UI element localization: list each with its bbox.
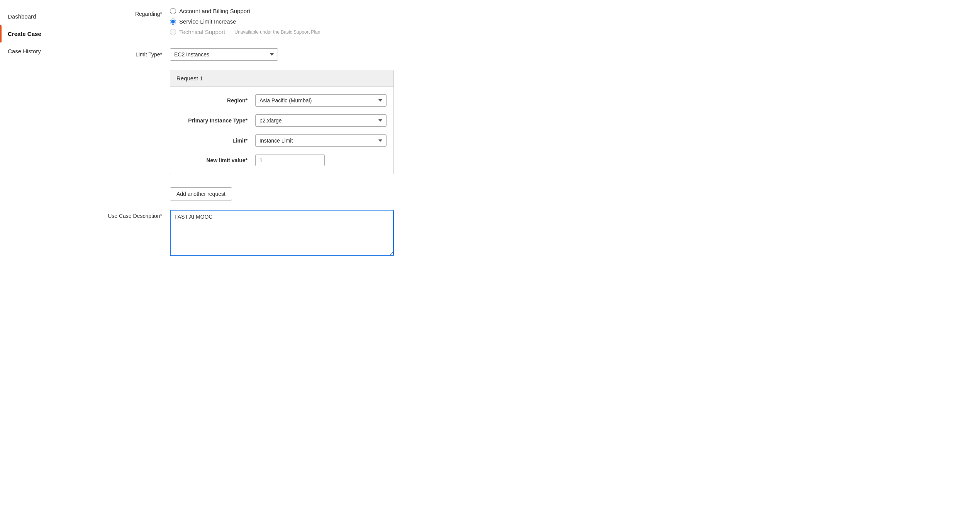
sidebar: Dashboard Create Case Case History [0, 0, 77, 530]
region-label: Region* [178, 97, 255, 104]
regarding-controls: Account and Billing Support Service Limi… [170, 8, 965, 39]
request-box-controls: Request 1 Region* Asia Pacific (Mumbai) … [170, 70, 965, 174]
use-case-label: Use Case Description* [93, 210, 170, 219]
new-limit-value-control [255, 155, 386, 166]
regarding-row: Regarding* Account and Billing Support S… [93, 8, 965, 39]
limit-type-controls: EC2 Instances EBS VPC RDS [170, 48, 965, 61]
region-select[interactable]: Asia Pacific (Mumbai) US East (N. Virgin… [255, 94, 387, 107]
sidebar-item-label: Dashboard [8, 13, 36, 20]
sidebar-item-dashboard[interactable]: Dashboard [0, 8, 77, 25]
radio-account-billing-label[interactable]: Account and Billing Support [179, 8, 250, 14]
regarding-label: Regarding* [93, 8, 170, 17]
new-limit-value-row: New limit value* [178, 155, 386, 166]
add-request-row: Add another request [93, 183, 965, 200]
limit-type-label: Limit Type* [93, 48, 170, 58]
primary-instance-type-label: Primary Instance Type* [178, 117, 255, 124]
technical-support-disabled-text: Unavailable under the Basic Support Plan [234, 29, 320, 35]
new-limit-value-input[interactable] [255, 155, 325, 166]
sidebar-item-create-case[interactable]: Create Case [0, 25, 77, 42]
request-box-header: Request 1 [170, 70, 393, 87]
limit-select[interactable]: Instance Limit vCPU Limit [255, 134, 387, 147]
limit-type-select[interactable]: EC2 Instances EBS VPC RDS [170, 48, 278, 61]
limit-type-row: Limit Type* EC2 Instances EBS VPC RDS [93, 48, 965, 61]
add-request-button[interactable]: Add another request [170, 187, 232, 200]
radio-technical-support[interactable]: Technical Support Unavailable under the … [170, 29, 965, 35]
new-limit-value-label: New limit value* [178, 157, 255, 163]
radio-account-billing[interactable]: Account and Billing Support [170, 8, 965, 14]
add-request-spacer [93, 183, 170, 187]
radio-technical-support-label[interactable]: Technical Support [179, 29, 225, 35]
radio-service-limit[interactable]: Service Limit Increase [170, 18, 965, 25]
sidebar-item-case-history[interactable]: Case History [0, 42, 77, 60]
radio-account-billing-input[interactable] [170, 8, 176, 14]
region-control: Asia Pacific (Mumbai) US East (N. Virgin… [255, 94, 387, 107]
use-case-controls: FAST AI MOOC [170, 210, 965, 257]
limit-label: Limit* [178, 138, 255, 144]
radio-technical-support-input[interactable] [170, 29, 176, 35]
primary-instance-type-select[interactable]: p2.xlarge p2.8xlarge p2.16xlarge p3.2xla… [255, 114, 387, 127]
sidebar-item-label: Create Case [8, 31, 41, 37]
radio-service-limit-input[interactable] [170, 19, 176, 25]
region-row: Region* Asia Pacific (Mumbai) US East (N… [178, 94, 386, 107]
primary-instance-type-control: p2.xlarge p2.8xlarge p2.16xlarge p3.2xla… [255, 114, 387, 127]
limit-row: Limit* Instance Limit vCPU Limit [178, 134, 386, 147]
request-box: Request 1 Region* Asia Pacific (Mumbai) … [170, 70, 394, 174]
use-case-textarea[interactable]: FAST AI MOOC [170, 210, 394, 256]
sidebar-item-label: Case History [8, 48, 41, 54]
use-case-row: Use Case Description* FAST AI MOOC [93, 210, 965, 257]
radio-service-limit-label[interactable]: Service Limit Increase [179, 18, 236, 25]
request-box-spacer [93, 70, 170, 73]
request-box-body: Region* Asia Pacific (Mumbai) US East (N… [170, 87, 393, 174]
request-box-row: Request 1 Region* Asia Pacific (Mumbai) … [93, 70, 965, 174]
main-content: Regarding* Account and Billing Support S… [77, 0, 980, 530]
primary-instance-type-row: Primary Instance Type* p2.xlarge p2.8xla… [178, 114, 386, 127]
add-request-controls: Add another request [170, 183, 965, 200]
limit-control: Instance Limit vCPU Limit [255, 134, 387, 147]
